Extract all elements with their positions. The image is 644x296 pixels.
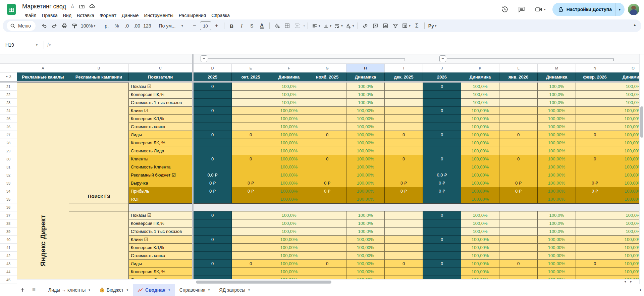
value-cell[interactable] bbox=[308, 115, 346, 123]
header-cell[interactable]: Рекламные кампании bbox=[69, 72, 129, 81]
column-header-E[interactable]: E bbox=[232, 64, 270, 72]
campaign-empty-cell[interactable] bbox=[69, 203, 129, 211]
metric-cell-34[interactable]: Прибыль bbox=[129, 187, 192, 195]
value-cell[interactable]: 100,0% bbox=[461, 99, 499, 107]
value-cell[interactable] bbox=[385, 244, 423, 252]
header-cell[interactable]: янв. 2026 bbox=[499, 72, 538, 81]
value-cell[interactable] bbox=[308, 83, 346, 91]
value-cell[interactable] bbox=[232, 211, 270, 219]
value-cell[interactable]: 0 bbox=[194, 107, 232, 115]
value-cell[interactable]: 100,00% bbox=[270, 123, 308, 131]
row-header-28[interactable]: 28 bbox=[0, 139, 17, 147]
avatar[interactable] bbox=[628, 4, 639, 15]
header-cell[interactable]: Динамика bbox=[346, 72, 385, 81]
value-cell[interactable] bbox=[308, 244, 346, 252]
value-cell[interactable]: 100,00% bbox=[461, 115, 499, 123]
value-cell[interactable]: 100,00% bbox=[538, 252, 576, 260]
value-cell[interactable]: 100,0% bbox=[461, 83, 499, 91]
value-cell[interactable]: 100,0% bbox=[538, 83, 576, 91]
value-cell[interactable] bbox=[576, 107, 614, 115]
vertical-scrollbar[interactable] bbox=[639, 54, 644, 284]
horizontal-align-button[interactable]: ▾ bbox=[311, 21, 321, 31]
move-folder-icon[interactable] bbox=[79, 3, 85, 9]
value-cell[interactable] bbox=[499, 252, 538, 260]
value-cell[interactable] bbox=[308, 195, 346, 203]
value-cell[interactable] bbox=[385, 268, 423, 276]
metric-cell-26[interactable]: Стоимость клика bbox=[129, 123, 192, 131]
header-cell[interactable]: Динамика bbox=[270, 72, 308, 81]
value-cell[interactable]: 0 bbox=[423, 83, 461, 91]
header-cell[interactable]: дек. 2025 bbox=[385, 72, 423, 81]
table-views-button[interactable]: ▾ bbox=[401, 21, 412, 31]
value-cell[interactable]: 100,00% bbox=[461, 179, 499, 187]
value-cell[interactable] bbox=[308, 219, 346, 228]
value-cell[interactable] bbox=[232, 195, 270, 203]
value-cell[interactable]: 100,00% bbox=[346, 187, 385, 195]
value-cell[interactable] bbox=[423, 91, 461, 99]
value-cell[interactable] bbox=[385, 139, 423, 147]
value-cell[interactable]: 100,00% bbox=[270, 244, 308, 252]
value-cell[interactable] bbox=[423, 268, 461, 276]
value-cell[interactable] bbox=[499, 107, 538, 115]
value-cell[interactable]: 100,00% bbox=[538, 187, 576, 195]
column-header-M[interactable]: M bbox=[538, 64, 576, 72]
value-cell[interactable]: 0 bbox=[423, 107, 461, 115]
value-cell[interactable]: 100,00% bbox=[461, 123, 499, 131]
value-cell[interactable] bbox=[232, 163, 270, 171]
value-cell[interactable]: 0 bbox=[232, 131, 270, 139]
value-cell[interactable]: 100,00% bbox=[270, 236, 308, 244]
value-cell[interactable]: 0 ₽ bbox=[423, 179, 461, 187]
comments-icon[interactable] bbox=[515, 3, 528, 16]
decrease-font-size-button[interactable]: − bbox=[190, 21, 199, 31]
value-cell[interactable]: 0 ₽ bbox=[308, 179, 346, 187]
paint-format-button[interactable] bbox=[70, 21, 79, 31]
value-cell[interactable]: 0 bbox=[499, 131, 538, 139]
input-tools-button[interactable]: Ру▾ bbox=[427, 21, 438, 31]
metric-cell-23[interactable]: Стоимость 1 тыс показов bbox=[129, 99, 192, 107]
value-cell[interactable] bbox=[499, 268, 538, 276]
value-cell[interactable] bbox=[385, 99, 423, 107]
value-cell[interactable]: 100,0% bbox=[538, 91, 576, 99]
value-cell[interactable] bbox=[385, 228, 423, 236]
value-cell[interactable] bbox=[576, 123, 614, 131]
row-header-3[interactable]: ▼3 bbox=[0, 72, 17, 81]
value-cell[interactable]: 0 bbox=[423, 131, 461, 139]
redo-button[interactable] bbox=[50, 21, 59, 31]
value-cell[interactable]: 100,00% bbox=[461, 171, 499, 179]
increase-decimal-button[interactable]: .00 bbox=[132, 21, 142, 31]
value-cell[interactable]: 100,00% bbox=[346, 163, 385, 171]
column-header-I[interactable]: I bbox=[385, 64, 423, 72]
value-cell[interactable] bbox=[194, 219, 232, 228]
header-cell[interactable]: окт. 2025 bbox=[232, 72, 270, 81]
value-cell[interactable] bbox=[576, 99, 614, 107]
value-cell[interactable]: 0,0 ₽ bbox=[423, 171, 461, 179]
value-cell[interactable]: 100,0% bbox=[346, 91, 385, 99]
separator-row[interactable] bbox=[129, 203, 644, 211]
value-cell[interactable]: 100,00% bbox=[461, 195, 499, 203]
value-cell[interactable]: 100,00% bbox=[538, 236, 576, 244]
insert-chart-button[interactable] bbox=[381, 21, 390, 31]
value-cell[interactable]: 100,00% bbox=[538, 147, 576, 155]
value-cell[interactable] bbox=[423, 99, 461, 107]
frozen-columns-divider[interactable] bbox=[192, 54, 194, 284]
header-cell[interactable]: Показатели bbox=[129, 72, 192, 81]
fill-color-button[interactable] bbox=[272, 21, 282, 31]
row-header-37[interactable]: 37 bbox=[0, 211, 17, 219]
row-header-22[interactable]: 22 bbox=[0, 91, 17, 99]
column-header-L[interactable]: L bbox=[499, 64, 538, 72]
header-cell[interactable]: Динамика bbox=[461, 72, 499, 81]
value-cell[interactable] bbox=[308, 99, 346, 107]
value-cell[interactable] bbox=[499, 211, 538, 219]
value-cell[interactable] bbox=[576, 228, 614, 236]
value-cell[interactable]: 0 bbox=[385, 155, 423, 163]
text-color-button[interactable]: A bbox=[257, 21, 267, 31]
value-cell[interactable] bbox=[499, 115, 538, 123]
value-cell[interactable] bbox=[423, 123, 461, 131]
menu-3[interactable]: Вид bbox=[60, 12, 74, 19]
sheet-tab-1[interactable]: Лиды → клиенты▾ bbox=[44, 284, 95, 296]
value-cell[interactable]: 100,00% bbox=[461, 244, 499, 252]
value-cell[interactable] bbox=[308, 163, 346, 171]
header-cell[interactable]: Рекламные каналы bbox=[17, 72, 69, 81]
value-cell[interactable] bbox=[308, 123, 346, 131]
value-cell[interactable]: 100,00% bbox=[270, 195, 308, 203]
